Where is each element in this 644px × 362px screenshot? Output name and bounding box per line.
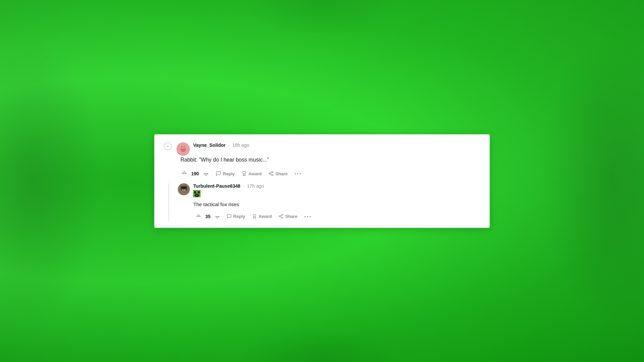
- reply-icon-main: [216, 171, 221, 176]
- svg-rect-18: [181, 189, 186, 190]
- downvote-button-reply[interactable]: [212, 212, 223, 221]
- main-comment-timestamp: 18h ago: [232, 142, 249, 148]
- share-button-main[interactable]: Share: [266, 169, 290, 178]
- thread-line: [168, 183, 169, 221]
- svg-line-34: [280, 215, 282, 216]
- avatar-icon: [178, 144, 189, 155]
- downvote-icon-reply: [215, 214, 220, 219]
- creeper-icon: [193, 190, 201, 197]
- thread-line-wrapper: [164, 182, 174, 221]
- svg-point-11: [269, 173, 270, 174]
- comment-meta: Vayne_Solidor · 18h ago: [193, 142, 480, 148]
- meta-separator: ·: [228, 142, 229, 148]
- reply-author[interactable]: Turbulent-Pause6348: [193, 183, 240, 189]
- downvote-icon: [203, 171, 209, 177]
- svg-point-29: [253, 214, 256, 217]
- share-button-reply[interactable]: Share: [276, 212, 300, 221]
- svg-rect-24: [198, 191, 200, 193]
- avatar-main: [176, 142, 190, 156]
- vote-count-main: 190: [191, 171, 199, 176]
- downvote-button-main[interactable]: [200, 169, 212, 179]
- svg-line-13: [270, 174, 272, 175]
- upvote-icon: [181, 171, 187, 177]
- reply-button-main[interactable]: Reply: [213, 169, 237, 178]
- share-icon-main: [268, 171, 274, 176]
- award-button-reply[interactable]: Award: [249, 212, 275, 221]
- reply-meta-container: Turbulent-Pause6348 · 17h ago: [193, 183, 264, 199]
- vote-section-reply: 35: [193, 212, 223, 221]
- svg-line-33: [280, 217, 282, 217]
- svg-rect-28: [196, 196, 198, 197]
- comment-card: −: [154, 134, 490, 228]
- svg-rect-23: [194, 191, 196, 193]
- reply-meta-row: Turbulent-Pause6348 · 17h ago: [193, 183, 264, 189]
- svg-rect-25: [196, 194, 198, 195]
- share-icon-reply: [278, 214, 283, 219]
- svg-point-19: [181, 190, 186, 194]
- svg-point-3: [181, 146, 182, 147]
- award-button-main[interactable]: Award: [239, 169, 265, 178]
- svg-point-32: [282, 217, 283, 219]
- main-comment-actions: 190 Reply: [178, 169, 480, 179]
- card-container: −: [154, 134, 490, 228]
- upvote-button-main[interactable]: [178, 169, 190, 179]
- reply-timestamp: 17h ago: [247, 183, 264, 189]
- svg-point-4: [184, 146, 185, 147]
- svg-line-14: [270, 172, 272, 173]
- main-comment-text: Rabbit: "Why do I hear boss music...": [180, 156, 480, 164]
- svg-point-8: [184, 147, 184, 148]
- vote-count-reply: 35: [205, 214, 211, 219]
- svg-point-7: [182, 147, 183, 148]
- main-comment-author[interactable]: Vayne_Solidor: [193, 142, 225, 148]
- award-icon-reply: [252, 214, 257, 219]
- reply-actions: 35 Reply: [193, 212, 480, 221]
- reply-thread: Turbulent-Pause6348 · 17h ago: [164, 182, 480, 221]
- minecraft-emoji: [193, 190, 264, 199]
- svg-point-12: [272, 174, 273, 176]
- svg-point-30: [282, 214, 283, 216]
- award-icon-main: [241, 171, 247, 176]
- main-comment: −: [164, 142, 480, 179]
- upvote-icon-reply: [196, 214, 201, 219]
- reply-avatar-icon: [178, 183, 190, 195]
- reply-text: The tactical fox rises: [193, 201, 480, 208]
- vote-section-main: 190: [178, 169, 212, 179]
- svg-point-20: [182, 189, 183, 190]
- avatar-reply: [178, 183, 190, 195]
- svg-point-31: [279, 216, 280, 217]
- more-button-reply[interactable]: ···: [302, 212, 315, 221]
- svg-point-10: [272, 171, 273, 173]
- svg-point-21: [184, 189, 185, 190]
- svg-rect-27: [197, 195, 199, 196]
- reply-comment: Turbulent-Pause6348 · 17h ago: [178, 182, 480, 221]
- reply-icon-reply: [227, 214, 232, 219]
- reply-button-reply[interactable]: Reply: [224, 212, 248, 221]
- upvote-button-reply[interactable]: [193, 212, 204, 221]
- main-comment-content: Vayne_Solidor · 18h ago: [193, 142, 480, 148]
- svg-rect-26: [195, 195, 197, 196]
- svg-point-9: [243, 171, 246, 174]
- collapse-button[interactable]: −: [164, 142, 172, 150]
- more-button-main[interactable]: ···: [291, 169, 305, 178]
